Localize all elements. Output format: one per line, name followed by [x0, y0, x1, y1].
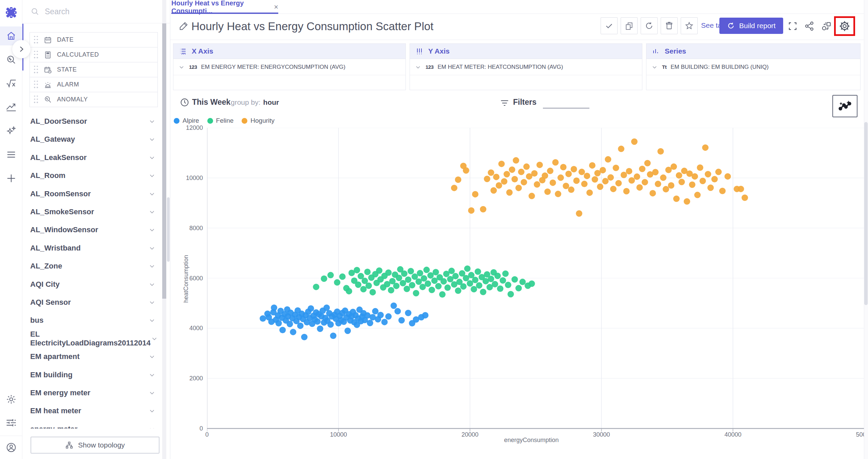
y-axis-label: heatConsumption — [183, 255, 190, 303]
filters-input-line[interactable] — [543, 108, 589, 108]
data-point — [531, 170, 537, 177]
reset-button[interactable] — [641, 17, 658, 34]
field-card-calculated[interactable]: CALCULATED — [30, 47, 158, 62]
data-point — [323, 304, 330, 311]
data-point — [707, 184, 714, 191]
data-point — [276, 320, 282, 326]
data-point — [468, 207, 474, 214]
source-group-item[interactable]: AL_RoomSensor — [30, 187, 158, 201]
rail-ai-button[interactable] — [4, 124, 18, 138]
source-group-label: EM heat meter — [30, 406, 81, 415]
data-point — [401, 271, 408, 277]
share-button[interactable] — [802, 19, 816, 33]
time-range-label[interactable]: This Week — [192, 98, 230, 107]
source-group-item[interactable]: EM heat meter — [30, 404, 158, 418]
source-group-item[interactable]: AQI Sensor — [30, 296, 158, 309]
sidebar-scrollbar-thumb[interactable] — [162, 23, 166, 299]
panel-scrollbar-thumb[interactable] — [167, 197, 170, 262]
duplicate-button[interactable] — [621, 17, 638, 34]
legend-item[interactable]: Alpire — [174, 117, 199, 124]
workflow-button[interactable] — [819, 19, 833, 33]
data-point — [425, 280, 431, 287]
source-group-item[interactable]: EL ElectricityLoadDiagrams20112014 — [30, 332, 158, 345]
rail-settings-button[interactable] — [4, 393, 18, 406]
close-icon[interactable]: × — [274, 3, 278, 12]
source-group-item[interactable]: AL_Zone — [30, 259, 158, 273]
source-group-item[interactable]: AL_Wristband — [30, 241, 158, 255]
chevron-down-icon — [148, 299, 156, 306]
show-topology-button[interactable]: Show topology — [31, 437, 159, 454]
x-axis-field-row[interactable]: 123 EM ENERGY METER: ENERGYCONSUMPTION (… — [173, 59, 405, 75]
rail-trend-button[interactable] — [4, 100, 18, 114]
delete-button[interactable] — [661, 17, 678, 34]
data-point — [673, 196, 680, 202]
rail-account-button[interactable] — [4, 441, 18, 454]
insights-button[interactable] — [832, 95, 857, 117]
field-card-anomaly[interactable]: ANOMALY — [30, 92, 158, 107]
field-card-date[interactable]: DATE — [30, 32, 158, 47]
rail-add-button[interactable] — [4, 172, 18, 185]
source-group-item[interactable]: EM energy meter — [30, 386, 158, 400]
source-group-item[interactable]: bus — [30, 314, 158, 327]
data-point — [615, 180, 622, 186]
data-point — [409, 282, 415, 288]
search-input[interactable] — [45, 7, 140, 16]
gear-icon — [6, 394, 17, 405]
source-group-item[interactable]: EM building — [30, 368, 158, 382]
window-scrollbar-track[interactable] — [864, 0, 868, 459]
apply-button[interactable] — [601, 17, 618, 34]
app-logo-icon[interactable] — [4, 5, 18, 20]
home-icon — [6, 31, 16, 41]
data-point — [678, 179, 685, 185]
build-report-button[interactable]: Build report — [719, 18, 783, 34]
source-group-item[interactable]: AL_Gateway — [30, 133, 158, 146]
rail-formula-button[interactable] — [4, 77, 18, 90]
source-group-item[interactable]: AL_DoorSensor — [30, 115, 158, 128]
data-point — [490, 187, 497, 194]
fullscreen-button[interactable] — [786, 19, 800, 33]
plus-icon — [6, 173, 16, 183]
source-group-item[interactable]: AL_LeakSensor — [30, 151, 158, 164]
data-point — [586, 189, 593, 196]
explore-search-icon — [6, 55, 16, 65]
rail-preferences-button[interactable] — [4, 416, 18, 430]
data-point — [602, 178, 609, 184]
favorite-star-button[interactable] — [681, 17, 698, 34]
data-point — [555, 191, 561, 197]
legend-label: Alpire — [183, 117, 199, 124]
expand-sidebar-button[interactable] — [12, 40, 31, 58]
window-scrollbar-thumb[interactable] — [864, 122, 868, 305]
data-point — [689, 181, 695, 188]
source-group-label: AL_Zone — [30, 262, 62, 271]
field-label: CALCULATED — [57, 51, 99, 58]
data-point — [317, 325, 323, 332]
source-group-item[interactable]: AQI City — [30, 278, 158, 291]
source-group-item[interactable]: energy-meter — [30, 422, 158, 428]
data-point — [692, 173, 698, 180]
series-field-row[interactable]: Tt EM BUILDING: EM BUILDING (UNIQ) — [646, 59, 860, 75]
source-group-item[interactable]: AL_WindowSensor — [30, 223, 158, 237]
tab-hourly-heat[interactable]: Hourly Heat vs Energy Consumpti... × — [171, 0, 278, 14]
field-card-state[interactable]: STATE — [30, 62, 158, 77]
rail-menu-button[interactable] — [4, 148, 18, 161]
group-by-value[interactable]: hour — [263, 98, 279, 106]
data-point — [360, 286, 367, 293]
source-group-item[interactable]: EM apartment — [30, 350, 158, 363]
source-group-item[interactable]: AL_SmokeSensor — [30, 205, 158, 219]
legend-label: Hogurity — [250, 117, 275, 124]
filters-label[interactable]: Filters — [513, 98, 536, 107]
y-axis-field-row[interactable]: 123 EM HEAT METER: HEATCONSUMPTION (AVG) — [410, 59, 642, 75]
data-point — [440, 278, 447, 285]
data-point — [628, 177, 635, 184]
data-point — [660, 175, 666, 181]
source-group-item[interactable]: AL_Room — [30, 169, 158, 182]
field-card-alarm[interactable]: ALARM — [30, 77, 158, 92]
data-point — [344, 327, 351, 334]
chevron-down-icon — [148, 425, 156, 428]
legend-item[interactable]: Hogurity — [242, 117, 275, 124]
edit-pencil-icon[interactable] — [179, 21, 189, 31]
data-point — [463, 167, 469, 174]
legend-item[interactable]: Feline — [207, 117, 234, 124]
data-point — [404, 286, 410, 292]
data-point — [509, 166, 515, 173]
